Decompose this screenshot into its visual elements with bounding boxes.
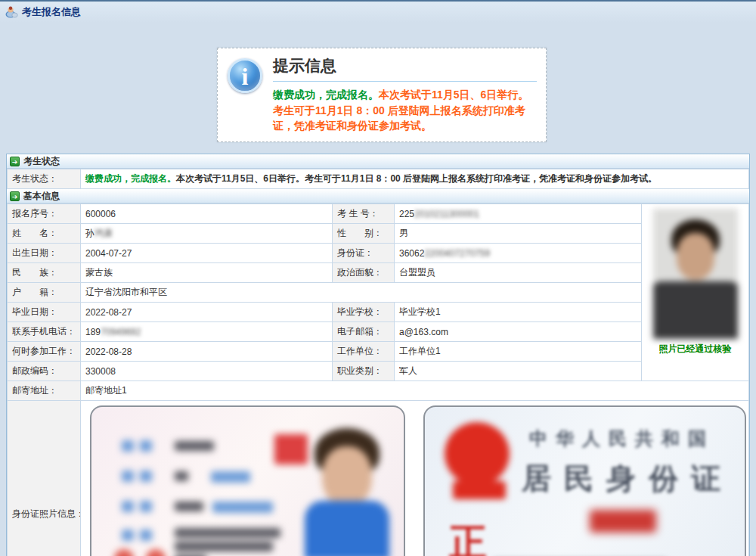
field-value: 毕业学校1 xyxy=(395,303,642,322)
field-value: 330008 xyxy=(81,362,333,381)
field-value: 孙鸿康 xyxy=(81,224,333,244)
field-label: 性 别： xyxy=(333,224,395,244)
status-section-title: 考生状态 xyxy=(23,155,60,168)
field-label: 身份证： xyxy=(333,244,395,263)
idcard-label: 身份证照片信息： xyxy=(8,401,81,556)
field-value: 18970949692 xyxy=(81,322,333,342)
info-icon: i xyxy=(228,58,262,93)
field-value: 军人 xyxy=(395,362,642,381)
table-row: 报名序号： 600006 考 生 号： 2252010211300001 照片已… xyxy=(8,204,749,224)
field-value: 辽宁省沈阳市和平区 xyxy=(81,283,642,303)
field-label: 工作单位： xyxy=(333,342,395,362)
main-panel: ➔ 考生状态 考生状态： 缴费成功，完成报名。本次考试于11月5日、6日举行。考… xyxy=(6,154,750,556)
page-title: 考生报名信息 xyxy=(22,5,81,19)
table-row: 毕业日期： 2022-08-27 毕业学校： 毕业学校1 xyxy=(8,303,749,322)
basic-info-table: 报名序号： 600006 考 生 号： 2252010211300001 照片已… xyxy=(7,203,749,556)
field-label: 姓 名： xyxy=(8,224,81,244)
table-row: 邮政编码： 330008 职业类别： 军人 xyxy=(8,362,749,381)
field-label: 考 生 号： xyxy=(333,204,395,224)
field-label: 户 籍： xyxy=(8,283,81,303)
field-label: 何时参加工作： xyxy=(8,342,81,362)
section-header-status: ➔ 考生状态 xyxy=(7,154,749,169)
status-label: 考生状态： xyxy=(8,169,81,189)
table-row: 联系手机电话： 18970949692 电子邮箱： a@163.com xyxy=(8,322,749,342)
idcard-front-mark: 正 xyxy=(449,517,487,556)
field-value: 600006 xyxy=(81,204,333,224)
photo-cell: 照片已经通过核验 xyxy=(642,204,749,381)
field-value: 男 xyxy=(395,224,642,244)
idcard-row: 身份证照片信息： xyxy=(8,401,749,556)
idcard-images-cell: 中华人民共和国 居民身份证 正 xyxy=(81,401,749,556)
field-value: a@163.com xyxy=(395,322,642,342)
field-value: 蒙古族 xyxy=(81,263,333,283)
idcard-front-image xyxy=(90,405,405,556)
table-row: 民 族： 蒙古族 政治面貌： 台盟盟员 xyxy=(8,263,749,283)
field-label: 毕业学校： xyxy=(333,303,395,322)
field-value: 工作单位1 xyxy=(395,342,642,362)
basic-section-title: 基本信息 xyxy=(23,190,60,203)
user-icon xyxy=(5,6,18,18)
field-label: 民 族： xyxy=(8,263,81,283)
field-label: 职业类别： xyxy=(333,362,395,381)
notice-text: 缴费成功，完成报名。本次考试于11月5日、6日举行。考生可于11月1日 8：00… xyxy=(273,87,537,134)
status-detail-text: 本次考试于11月5日、6日举行。考生可于11月1日 8：00 后登陆网上报名系统… xyxy=(176,173,657,184)
green-arrow-icon: ➔ xyxy=(10,157,20,166)
idcard-back-image: 中华人民共和国 居民身份证 正 xyxy=(423,405,746,556)
notice-success-text: 缴费成功，完成报名。 xyxy=(273,89,379,101)
notice-body: 提示信息 缴费成功，完成报名。本次考试于11月5日、6日举行。考生可于11月1日… xyxy=(273,55,537,134)
field-label: 报名序号： xyxy=(8,204,81,224)
field-label: 邮寄地址： xyxy=(8,381,81,401)
idcard-country-text: 中华人民共和国 xyxy=(529,427,714,451)
green-arrow-icon: ➔ xyxy=(10,191,20,201)
photo-face xyxy=(677,233,714,280)
field-label: 电子邮箱： xyxy=(333,322,395,342)
field-value: 2004-07-27 xyxy=(81,244,333,263)
photo-jacket xyxy=(653,281,738,339)
page: 考生报名信息 i 提示信息 缴费成功，完成报名。本次考试于11月5日、6日举行。… xyxy=(0,0,756,556)
status-table: 考生状态： 缴费成功，完成报名。本次考试于11月5日、6日举行。考生可于11月1… xyxy=(7,169,749,189)
field-label: 政治面貌： xyxy=(333,263,395,283)
status-row: 考生状态： 缴费成功，完成报名。本次考试于11月5日、6日举行。考生可于11月1… xyxy=(8,169,749,189)
field-value: 台盟盟员 xyxy=(395,263,642,283)
status-success-text: 缴费成功，完成报名。 xyxy=(85,173,176,184)
idcard-title-text: 居民身份证 xyxy=(522,458,733,499)
candidate-photo xyxy=(653,209,738,339)
status-value: 缴费成功，完成报名。本次考试于11月5日、6日举行。考生可于11月1日 8：00… xyxy=(81,169,749,189)
table-row: 出生日期： 2004-07-27 身份证： 360622200407270759 xyxy=(8,244,749,263)
idcard-red-watermark xyxy=(590,510,656,533)
field-label: 邮政编码： xyxy=(8,362,81,381)
field-value: 邮寄地址1 xyxy=(81,381,749,401)
notice-title: 提示信息 xyxy=(273,55,537,82)
field-value: 2252010211300001 xyxy=(395,204,642,224)
table-row: 户 籍： 辽宁省沈阳市和平区 xyxy=(8,283,749,303)
field-value: 2022-08-27 xyxy=(81,303,333,322)
section-header-basic: ➔ 基本信息 xyxy=(7,189,749,203)
field-label: 毕业日期： xyxy=(8,303,81,322)
field-label: 出生日期： xyxy=(8,244,81,263)
field-value: 2022-08-28 xyxy=(81,342,333,362)
national-emblem-icon xyxy=(445,422,514,507)
table-row: 姓 名： 孙鸿康 性 别： 男 xyxy=(8,224,749,244)
field-value: 360622200407270759 xyxy=(395,244,642,263)
table-row: 邮寄地址： 邮寄地址1 xyxy=(8,381,749,401)
notice-box: i 提示信息 缴费成功，完成报名。本次考试于11月5日、6日举行。考生可于11月… xyxy=(217,48,547,142)
page-header: 考生报名信息 xyxy=(0,2,756,23)
field-label: 联系手机电话： xyxy=(8,322,81,342)
table-row: 何时参加工作： 2022-08-28 工作单位： 工作单位1 xyxy=(8,342,749,362)
photo-verified-text: 照片已经通过核验 xyxy=(646,343,744,356)
